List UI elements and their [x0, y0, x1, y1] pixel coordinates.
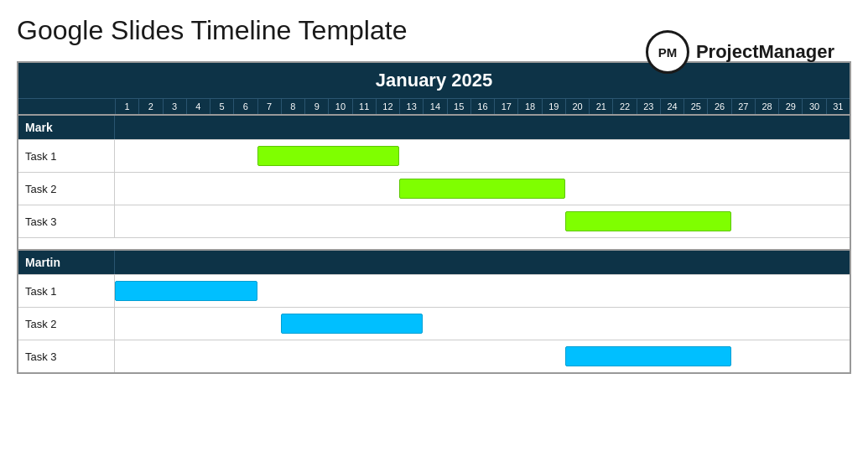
day-number: 23	[637, 99, 660, 114]
day-number: 10	[328, 99, 351, 114]
task-bar	[399, 179, 565, 199]
task-bar-area	[115, 140, 850, 172]
brand-name: ProjectManager	[696, 41, 834, 63]
task-bar-area	[115, 173, 850, 205]
day-number: 29	[778, 99, 802, 114]
day-number: 18	[517, 99, 541, 114]
days-row: 1234567891011121314151617181920212223242…	[18, 98, 850, 114]
person-name: Mark	[18, 116, 115, 139]
day-number: 2	[138, 99, 162, 114]
day-number: 20	[565, 99, 589, 114]
task-bar-area	[115, 205, 850, 237]
day-number: 31	[826, 99, 850, 114]
day-number: 16	[470, 99, 494, 114]
task-label: Task 3	[18, 205, 115, 237]
task-bar	[565, 346, 731, 366]
day-number: 25	[683, 99, 707, 114]
day-number: 22	[612, 99, 636, 114]
task-bar	[281, 314, 424, 334]
task-bar	[115, 281, 257, 301]
task-row: Task 2	[18, 172, 850, 205]
day-number: 24	[660, 99, 683, 114]
day-number: 6	[233, 99, 257, 114]
task-bar	[565, 211, 731, 231]
day-number: 9	[304, 99, 328, 114]
task-row: Task 3	[18, 205, 850, 237]
day-number: 4	[186, 99, 210, 114]
pm-circle: PM	[646, 30, 689, 74]
task-bar	[257, 146, 400, 166]
person-header-row: Martin	[18, 249, 850, 274]
task-label: Task 1	[18, 140, 115, 172]
day-number: 30	[802, 99, 825, 114]
day-number: 12	[376, 99, 399, 114]
timeline-wrapper: January 2025 123456789101112131415161718…	[17, 61, 851, 374]
day-number: 19	[542, 99, 565, 114]
task-label: Task 2	[18, 308, 115, 340]
task-label: Task 1	[18, 275, 115, 307]
task-row: Task 3	[18, 340, 850, 372]
day-number: 7	[257, 99, 281, 114]
day-number: 26	[707, 99, 730, 114]
day-number: 8	[281, 99, 304, 114]
task-bar-area	[115, 308, 850, 340]
day-number: 14	[423, 99, 446, 114]
task-label: Task 3	[18, 340, 115, 372]
day-number: 3	[163, 99, 186, 114]
logo-area: PM ProjectManager	[646, 30, 834, 74]
day-number: 21	[589, 99, 612, 114]
person-name: Martin	[18, 251, 115, 274]
day-number: 27	[731, 99, 755, 114]
day-number: 15	[447, 99, 470, 114]
task-row: Task 1	[18, 274, 850, 307]
task-bar-area	[115, 340, 850, 372]
task-row: Task 1	[18, 139, 850, 172]
day-number: 13	[399, 99, 423, 114]
task-label: Task 2	[18, 173, 115, 205]
task-row: Task 2	[18, 307, 850, 340]
task-bar-area	[115, 275, 850, 307]
day-number: 11	[352, 99, 376, 114]
day-number: 5	[210, 99, 233, 114]
day-number: 17	[494, 99, 517, 114]
person-header-row: Mark	[18, 114, 850, 139]
day-number: 1	[115, 99, 138, 114]
day-number: 28	[755, 99, 778, 114]
